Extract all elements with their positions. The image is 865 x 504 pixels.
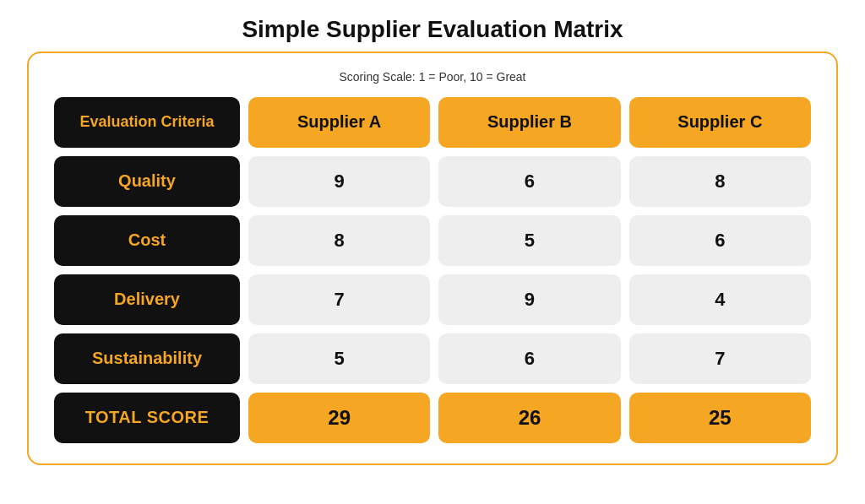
scoring-scale: Scoring Scale: 1 = Poor, 10 = Great [339, 70, 525, 84]
quality-score-c: 8 [629, 156, 811, 207]
sustainability-score-a: 5 [248, 333, 430, 384]
matrix-wrapper: Scoring Scale: 1 = Poor, 10 = Great Eval… [27, 51, 838, 465]
delivery-score-c: 4 [629, 274, 811, 325]
total-score-b: 26 [438, 393, 620, 443]
cost-score-a: 8 [248, 215, 430, 266]
sustainability-score-b: 6 [438, 333, 620, 384]
header-supplier-a: Supplier A [248, 97, 430, 148]
cost-score-b: 5 [438, 215, 620, 266]
row-label-cost: Cost [54, 215, 240, 266]
page-title: Simple Supplier Evaluation Matrix [242, 16, 623, 43]
cost-score-c: 6 [629, 215, 811, 266]
delivery-score-b: 9 [438, 274, 620, 325]
header-criteria: Evaluation Criteria [54, 97, 240, 148]
quality-score-b: 6 [438, 156, 620, 207]
header-supplier-b: Supplier B [438, 97, 620, 148]
page-container: Simple Supplier Evaluation Matrix Scorin… [27, 16, 838, 489]
header-supplier-c: Supplier C [629, 97, 811, 148]
quality-score-a: 9 [248, 156, 430, 207]
matrix-table: Evaluation Criteria Supplier A Supplier … [54, 97, 811, 443]
sustainability-score-c: 7 [629, 333, 811, 384]
total-score-label: TOTAL SCORE [54, 393, 240, 443]
total-score-a: 29 [248, 393, 430, 443]
row-label-delivery: Delivery [54, 274, 240, 325]
row-label-sustainability: Sustainability [54, 333, 240, 384]
delivery-score-a: 7 [248, 274, 430, 325]
row-label-quality: Quality [54, 156, 240, 207]
total-score-c: 25 [629, 393, 811, 443]
